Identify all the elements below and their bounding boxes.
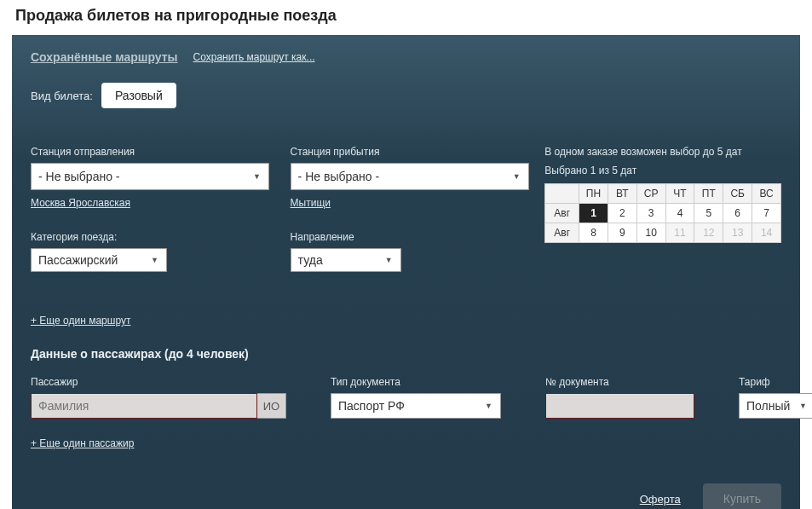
booking-panel: Сохранённые маршруты Сохранить маршрут к… — [12, 35, 800, 509]
calendar-note-1: В одном заказе возможен выбор до 5 дат — [544, 146, 781, 158]
tariff-col-label: Тариф — [739, 376, 812, 388]
docnum-input[interactable] — [545, 393, 694, 419]
weekday-tue: ВТ — [608, 184, 636, 204]
arrival-select[interactable]: - Не выбрано - — [291, 163, 529, 190]
calendar-row: Авг 8 9 10 11 12 13 14 — [545, 223, 781, 243]
doctype-select[interactable]: Паспорт РФ — [331, 393, 501, 419]
calendar-day[interactable]: 2 — [608, 204, 636, 223]
calendar-day-disabled: 13 — [723, 223, 752, 243]
departure-label: Станция отправления — [31, 146, 291, 158]
calendar-header-row: ПН ВТ СР ЧТ ПТ СБ ВС — [545, 184, 781, 204]
calendar-day[interactable]: 6 — [723, 204, 752, 223]
passenger-col-label: Пассажир — [31, 376, 286, 388]
page-title: Продажа билетов на пригородные поезда — [0, 0, 812, 35]
train-category-label: Категория поезда: — [31, 231, 291, 243]
departure-quick-link[interactable]: Москва Ярославская — [31, 197, 130, 209]
save-route-as-link[interactable]: Сохранить маршрут как... — [193, 51, 315, 63]
weekday-sun: ВС — [752, 184, 781, 204]
direction-label: Направление — [291, 231, 545, 243]
weekday-wed: СР — [636, 184, 665, 204]
calendar-month-cell: Авг — [545, 204, 579, 223]
arrival-label: Станция прибытия — [291, 146, 545, 158]
initials-button[interactable]: ИО — [257, 393, 286, 419]
train-category-select[interactable]: Пассажирский — [31, 248, 167, 272]
weekday-fri: ПТ — [694, 184, 723, 204]
buy-button[interactable]: Купить — [703, 483, 781, 509]
calendar-row: Авг 1 2 3 4 5 6 7 — [545, 204, 781, 223]
tariff-select[interactable]: Полный — [739, 393, 812, 419]
calendar-note-2: Выбрано 1 из 5 дат — [544, 165, 781, 176]
weekday-mon: ПН — [579, 184, 608, 204]
calendar-day-disabled: 11 — [665, 223, 694, 243]
add-passenger-link[interactable]: + Еще один пассажир — [31, 437, 134, 449]
ticket-type-button[interactable]: Разовый — [101, 83, 176, 108]
saved-routes-link[interactable]: Сохранённые маршруты — [31, 50, 178, 64]
direction-select[interactable]: туда — [291, 248, 401, 272]
add-route-link[interactable]: + Еще один маршрут — [31, 315, 130, 327]
ticket-type-label: Вид билета: — [31, 90, 93, 102]
calendar-month-header — [545, 184, 579, 204]
calendar-day-disabled: 14 — [752, 223, 781, 243]
calendar-day[interactable]: 5 — [694, 204, 723, 223]
calendar-day[interactable]: 8 — [579, 223, 608, 243]
calendar-month-cell: Авг — [545, 223, 579, 243]
calendar-day[interactable]: 4 — [665, 204, 694, 223]
calendar-day-disabled: 12 — [694, 223, 723, 243]
calendar: ПН ВТ СР ЧТ ПТ СБ ВС Авг 1 2 3 4 5 6 7 — [544, 183, 781, 243]
docnum-col-label: № документа — [545, 376, 694, 388]
surname-input[interactable] — [31, 393, 257, 419]
calendar-day[interactable]: 10 — [636, 223, 665, 243]
calendar-day[interactable]: 9 — [608, 223, 636, 243]
weekday-thu: ЧТ — [665, 184, 694, 204]
oferta-link[interactable]: Оферта — [640, 493, 681, 506]
calendar-day[interactable]: 1 — [579, 204, 608, 223]
departure-select[interactable]: - Не выбрано - — [31, 163, 269, 190]
weekday-sat: СБ — [723, 184, 752, 204]
doctype-col-label: Тип документа — [331, 376, 501, 388]
passengers-title: Данные о пассажирах (до 4 человек) — [31, 347, 781, 361]
calendar-day[interactable]: 3 — [636, 204, 665, 223]
calendar-day[interactable]: 7 — [752, 204, 781, 223]
arrival-quick-link[interactable]: Мытищи — [291, 197, 331, 209]
